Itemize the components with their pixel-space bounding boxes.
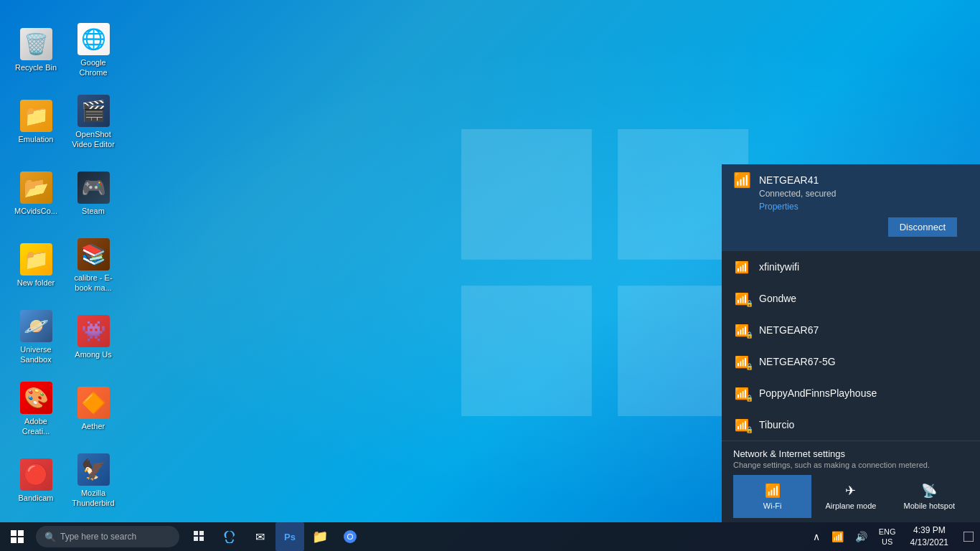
airplane-btn-label: Airplane mode: [826, 501, 877, 510]
wifi-icon-poppyandfinns: 📶 🔒: [733, 386, 750, 400]
desktop-icon-bandicam[interactable]: 🔴Bandicam: [7, 445, 65, 517]
universe-sandbox-icon-image: 🪐: [20, 310, 52, 342]
search-placeholder: Type here to search: [60, 532, 136, 542]
desktop-icon-universe-sandbox[interactable]: 🪐Universe Sandbox: [7, 301, 65, 373]
disconnect-button[interactable]: Disconnect: [888, 217, 957, 237]
universe-sandbox-icon-label: Universe Sandbox: [11, 345, 61, 364]
taskbar-left: 🔍 Type here to search ✉: [0, 522, 807, 551]
desktop-icon-among-us[interactable]: 👾Among Us: [65, 301, 122, 373]
thunderbird-icon-image: 🦅: [77, 453, 110, 486]
calibre-icon-label: calibre - E-book ma...: [68, 273, 118, 292]
svg-rect-9: [199, 531, 204, 535]
desktop-icon-aether[interactable]: 🔶Aether: [65, 373, 122, 445]
wifi-panel: 📶 NETGEAR41 Connected, secured Propertie…: [722, 164, 980, 522]
steam-icon-label: Steam: [82, 207, 105, 216]
desktop-icon-adobe-creative[interactable]: 🎨Adobe Creati...: [7, 373, 65, 445]
connected-network-name: NETGEAR41: [759, 174, 819, 186]
tray-chevron-icon: ∧: [813, 531, 820, 542]
network-item-poppyandfinns[interactable]: 📶 🔒 PoppyAndFinnsPlayhouse: [722, 377, 980, 409]
file-explorer-taskbar-icon[interactable]: 📁: [306, 522, 334, 551]
calibre-icon-image: 📚: [77, 238, 110, 270]
desktop-icon-thunderbird[interactable]: 🦅Mozilla Thunderbird: [65, 445, 122, 517]
svg-rect-8: [194, 531, 198, 535]
recycle-bin-icon-label: Recycle Bin: [15, 63, 57, 72]
network-tray-icon[interactable]: 📶: [826, 522, 849, 551]
aether-icon-image: 🔶: [77, 387, 110, 419]
desktop-icon-mcdivs[interactable]: 📂MCvidsCo...: [7, 158, 65, 230]
openshot-icon-label: OpenShot Video Editor: [68, 130, 118, 149]
task-view-button[interactable]: [185, 522, 214, 551]
wifi-btn-icon: 📶: [765, 483, 781, 499]
network-name-xfinitywifi: xfinitywifi: [759, 261, 799, 273]
speaker-icon: 🔊: [855, 531, 867, 542]
svg-rect-5: [18, 530, 24, 536]
date-display: 4/13/2021: [910, 537, 948, 549]
svg-rect-7: [18, 537, 24, 543]
mcdivs-icon-label: MCvidsCo...: [14, 207, 57, 216]
desktop-icon-new-folder[interactable]: 📁New folder: [7, 230, 65, 301]
network-name-netgear67-5g: NETGEAR67-5G: [759, 356, 836, 367]
system-tray-overflow[interactable]: ∧: [807, 522, 826, 551]
svg-point-14: [348, 534, 352, 539]
desktop-icon-google-chrome[interactable]: 🌐Google Chrome: [65, 14, 122, 86]
svg-rect-4: [11, 530, 17, 536]
desktop-icon-recycle-bin[interactable]: 🗑️Recycle Bin: [7, 14, 65, 86]
svg-rect-0: [461, 129, 592, 260]
language-indicator[interactable]: ENG US: [873, 522, 902, 551]
wifi-btn-label: Wi-Fi: [763, 501, 782, 510]
recycle-bin-icon-image: 🗑️: [20, 28, 52, 60]
clock[interactable]: 4:39 PM 4/13/2021: [902, 522, 957, 551]
network-settings-desc: Change settings, such as making a connec…: [733, 461, 969, 469]
start-button[interactable]: [0, 522, 34, 551]
taskbar-right: ∧ 📶 🔊 ENG US 4:39 PM 4/13/2021: [807, 522, 980, 551]
language-label: ENG: [879, 527, 896, 537]
locale-label: US: [882, 537, 892, 547]
volume-tray-icon[interactable]: 🔊: [849, 522, 873, 551]
desktop-icon-calibre[interactable]: 📚calibre - E-book ma...: [65, 230, 122, 301]
wifi-icon-tiburcio: 📶 🔒: [733, 418, 750, 432]
network-name-netgear67: NETGEAR67: [759, 324, 819, 336]
svg-rect-6: [11, 537, 17, 543]
svg-rect-11: [199, 537, 204, 541]
chrome-taskbar-icon[interactable]: [336, 522, 364, 551]
footer-hotspot-btn[interactable]: 📡 Mobile hotspot: [890, 475, 969, 518]
taskbar: 🔍 Type here to search ✉: [0, 522, 980, 551]
google-chrome-icon-image: 🌐: [77, 23, 110, 55]
notification-button[interactable]: [957, 522, 980, 551]
network-item-gondwe[interactable]: 📶 🔒 Gondwe: [722, 283, 980, 314]
photoshop-taskbar-icon[interactable]: Ps: [275, 522, 304, 551]
wifi-signal-icon: 📶: [733, 173, 750, 187]
adobe-creative-icon-image: 🎨: [20, 382, 52, 414]
network-settings-title: Network & Internet settings: [733, 448, 969, 459]
network-item-netgear67-5g[interactable]: 📶 🔒 NETGEAR67-5G: [722, 346, 980, 377]
google-chrome-icon-label: Google Chrome: [68, 58, 118, 77]
desktop-icon-steam[interactable]: 🎮Steam: [65, 158, 122, 230]
connected-status: Connected, secured: [759, 189, 969, 199]
emulation-icon-label: Emulation: [19, 135, 54, 144]
properties-link[interactable]: Properties: [759, 202, 969, 212]
mail-taskbar-icon[interactable]: ✉: [245, 522, 274, 551]
network-item-tiburcio[interactable]: 📶 🔒 Tiburcio: [722, 409, 980, 441]
airplane-btn-icon: ✈: [845, 483, 856, 499]
network-item-xfinitywifi[interactable]: 📶 xfinitywifi: [722, 251, 980, 283]
network-item-netgear67[interactable]: 📶 🔒 NETGEAR67: [722, 314, 980, 346]
desktop-icons: 🗑️Recycle Bin🌐Google Chrome📁Emulation🎬Op…: [0, 7, 129, 524]
desktop-icon-openshot[interactable]: 🎬OpenShot Video Editor: [65, 86, 122, 158]
adobe-creative-icon-label: Adobe Creati...: [11, 417, 61, 435]
wifi-footer-buttons: 📶 Wi-Fi ✈ Airplane mode 📡 Mobile hotspot: [733, 475, 969, 518]
openshot-icon-image: 🎬: [77, 95, 110, 127]
among-us-icon-image: 👾: [77, 315, 110, 347]
wifi-icon-netgear67-5g: 📶 🔒: [733, 354, 750, 369]
aether-icon-label: Aether: [82, 422, 105, 431]
edge-taskbar-icon[interactable]: [215, 522, 244, 551]
footer-wifi-btn[interactable]: 📶 Wi-Fi: [733, 475, 811, 518]
new-folder-icon-label: New folder: [17, 278, 55, 288]
wifi-icon-netgear67: 📶 🔒: [733, 323, 750, 337]
network-name-tiburcio: Tiburcio: [759, 419, 794, 430]
taskbar-search[interactable]: 🔍 Type here to search: [36, 526, 179, 547]
desktop-icon-emulation[interactable]: 📁Emulation: [7, 86, 65, 158]
bandicam-icon-image: 🔴: [20, 458, 52, 491]
network-name-poppyandfinns: PoppyAndFinnsPlayhouse: [759, 387, 877, 399]
footer-airplane-btn[interactable]: ✈ Airplane mode: [811, 475, 890, 518]
connected-network[interactable]: 📶 NETGEAR41 Connected, secured Propertie…: [722, 164, 980, 251]
